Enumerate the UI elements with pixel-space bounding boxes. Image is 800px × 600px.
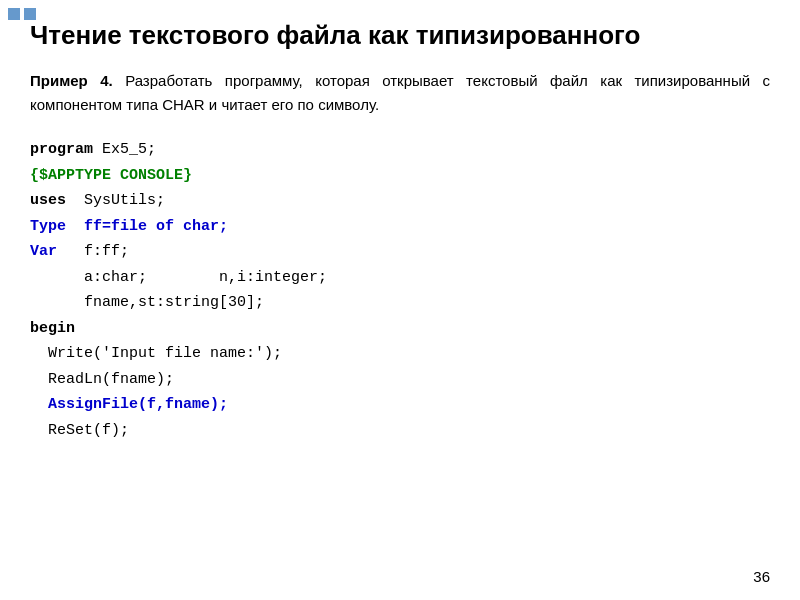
page: Чтение текстового файла как типизированн… [0,0,800,600]
page-title: Чтение текстового файла как типизированн… [30,20,770,51]
code-line-7: fname,st:string[30]; [30,290,770,316]
code-line-8: begin [30,316,770,342]
example-label: Пример 4. [30,72,113,89]
code-line-3: uses SysUtils; [30,188,770,214]
description-paragraph: Пример 4. Разработать программу, которая… [30,69,770,117]
description-text: Разработать программу, которая открывает… [30,72,770,113]
code-line-6: a:char; n,i:integer; [30,265,770,291]
code-line-2: {$APPTYPE CONSOLE} [30,163,770,189]
code-line-9: Write('Input file name:'); [30,341,770,367]
code-line-5: Var f:ff; [30,239,770,265]
code-block: program Ex5_5; {$APPTYPE CONSOLE} uses S… [30,137,770,443]
page-number: 36 [753,568,770,585]
decorative-squares [8,8,36,20]
code-line-4: Type ff=file of char; [30,214,770,240]
code-line-1: program Ex5_5; [30,137,770,163]
code-line-12: ReSet(f); [30,418,770,444]
code-line-11: AssignFile(f,fname); [30,392,770,418]
code-line-10: ReadLn(fname); [30,367,770,393]
